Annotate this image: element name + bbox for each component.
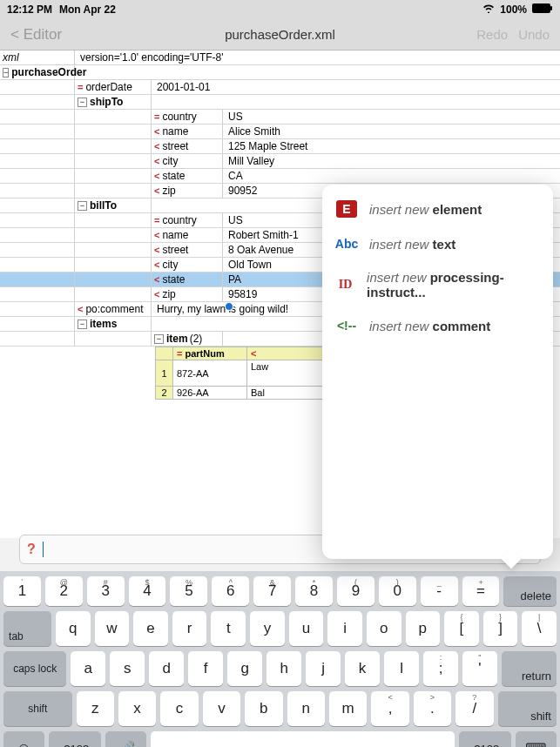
key-mic[interactable]: 🎤 (105, 731, 146, 747)
billto-street[interactable]: <street (152, 243, 223, 257)
insert-text[interactable]: Abc insert new text (322, 226, 553, 261)
key-n[interactable]: n (287, 691, 325, 726)
selection-handle[interactable] (225, 302, 233, 311)
key-tab[interactable]: tab (3, 611, 51, 646)
key-1[interactable]: `1 (3, 576, 41, 606)
undo-button[interactable]: Undo (518, 27, 550, 42)
collapse-icon[interactable]: − (78, 201, 87, 211)
key-8[interactable]: *8 (295, 576, 333, 606)
key-return[interactable]: return (502, 651, 557, 686)
row-num[interactable]: 2 (156, 387, 173, 400)
key-w[interactable]: w (95, 611, 130, 646)
collapse-icon[interactable]: − (78, 98, 87, 107)
key-punct[interactable]: ?/ (455, 691, 493, 726)
key-m[interactable]: m (329, 691, 367, 726)
key-v[interactable]: v (203, 691, 240, 726)
key-\[interactable]: |\ (522, 611, 557, 646)
xml-decl-label[interactable]: xml (0, 50, 75, 64)
orderdate-attr[interactable]: =orderDate (75, 80, 152, 94)
key-l[interactable]: l (384, 651, 419, 686)
row-num[interactable]: 1 (156, 360, 173, 387)
key-punct[interactable]: <, (371, 691, 408, 726)
key-5[interactable]: %5 (170, 576, 207, 606)
back-button[interactable]: < Editor (10, 26, 62, 44)
key-shift-right[interactable]: shift (498, 691, 557, 726)
key-s[interactable]: s (110, 651, 145, 686)
collapse-icon[interactable]: − (78, 320, 87, 329)
partnum-header[interactable]: =partNum (173, 347, 247, 360)
key-g[interactable]: g (227, 651, 262, 686)
key-u[interactable]: u (289, 611, 324, 646)
comment-node[interactable]: <po:comment (75, 302, 152, 316)
shipto-country[interactable]: =country (152, 110, 223, 124)
partnum-cell[interactable]: 872-AA (173, 360, 247, 387)
key-capslock[interactable]: caps lock (3, 651, 66, 686)
shipto-city[interactable]: <city (152, 154, 223, 168)
key-dismiss[interactable]: ⌨︎ (516, 731, 557, 747)
key-0[interactable]: )0 (379, 576, 416, 606)
help-icon[interactable]: ? (27, 542, 36, 557)
key-7[interactable]: &7 (253, 576, 291, 606)
key-shift-left[interactable]: shift (3, 691, 72, 726)
key-6[interactable]: ^6 (212, 576, 249, 606)
key-b[interactable]: b (245, 691, 282, 726)
billto-zip[interactable]: <zip (152, 287, 223, 301)
collapse-icon[interactable]: − (154, 334, 164, 344)
desc-header[interactable]: < (247, 347, 334, 360)
key-alt-right[interactable]: .?123 (459, 731, 511, 747)
key--[interactable]: _- (421, 576, 458, 606)
key-x[interactable]: x (118, 691, 156, 726)
xml-decl-value[interactable]: version='1.0' encoding='UTF-8' (75, 50, 560, 64)
desc-cell[interactable]: Bal (247, 387, 334, 400)
shipto-zip[interactable]: <zip (152, 184, 223, 198)
billto-state[interactable]: <state (152, 273, 223, 286)
items-node[interactable]: −items (75, 317, 152, 331)
key-=[interactable]: += (462, 576, 500, 606)
shipto-node[interactable]: −shipTo (75, 95, 152, 109)
billto-country[interactable]: =country (152, 213, 223, 227)
redo-button[interactable]: Redo (476, 27, 508, 42)
insert-comment[interactable]: <!-- insert new comment (322, 308, 553, 343)
key-f[interactable]: f (188, 651, 223, 686)
key-i[interactable]: i (327, 611, 362, 646)
insert-pi[interactable]: ID insert new processing-instruct... (322, 261, 553, 308)
key-3[interactable]: #3 (87, 576, 125, 606)
key-e[interactable]: e (133, 611, 168, 646)
key-z[interactable]: z (77, 691, 114, 726)
partnum-cell[interactable]: 926-AA (173, 387, 247, 400)
key-p[interactable]: p (406, 611, 441, 646)
collapse-icon[interactable]: − (3, 68, 9, 77)
key-j[interactable]: j (306, 651, 341, 686)
key-emoji[interactable]: ☺ (3, 731, 44, 747)
root-node[interactable]: −purchaseOrder (0, 65, 75, 79)
key-[[interactable]: {[ (444, 611, 479, 646)
key-alt-left[interactable]: .?123 (49, 731, 101, 747)
key-d[interactable]: d (149, 651, 184, 686)
key-space[interactable] (151, 731, 455, 747)
key-][interactable]: }] (483, 611, 518, 646)
insert-element[interactable]: E insert new element (322, 192, 553, 226)
key-punct[interactable]: "' (462, 651, 497, 686)
shipto-name[interactable]: <name (152, 124, 223, 138)
key-punct[interactable]: :; (423, 651, 458, 686)
key-4[interactable]: $4 (129, 576, 166, 606)
billto-name[interactable]: <name (152, 228, 223, 242)
key-punct[interactable]: >. (414, 691, 451, 726)
billto-city[interactable]: <city (152, 258, 223, 272)
key-c[interactable]: c (160, 691, 198, 726)
item-node[interactable]: −item(2) (152, 332, 223, 346)
key-o[interactable]: o (367, 611, 401, 646)
desc-cell[interactable]: Law (247, 360, 334, 387)
shipto-street[interactable]: <street (152, 139, 223, 153)
shipto-state[interactable]: <state (152, 169, 223, 183)
key-a[interactable]: a (71, 651, 105, 686)
billto-node[interactable]: −billTo (75, 199, 152, 212)
key-q[interactable]: q (56, 611, 91, 646)
key-k[interactable]: k (345, 651, 380, 686)
key-r[interactable]: r (172, 611, 207, 646)
key-t[interactable]: t (211, 611, 246, 646)
key-9[interactable]: (9 (337, 576, 374, 606)
key-2[interactable]: @2 (45, 576, 83, 606)
orderdate-value[interactable]: 2001-01-01 (152, 80, 560, 94)
key-y[interactable]: y (250, 611, 285, 646)
